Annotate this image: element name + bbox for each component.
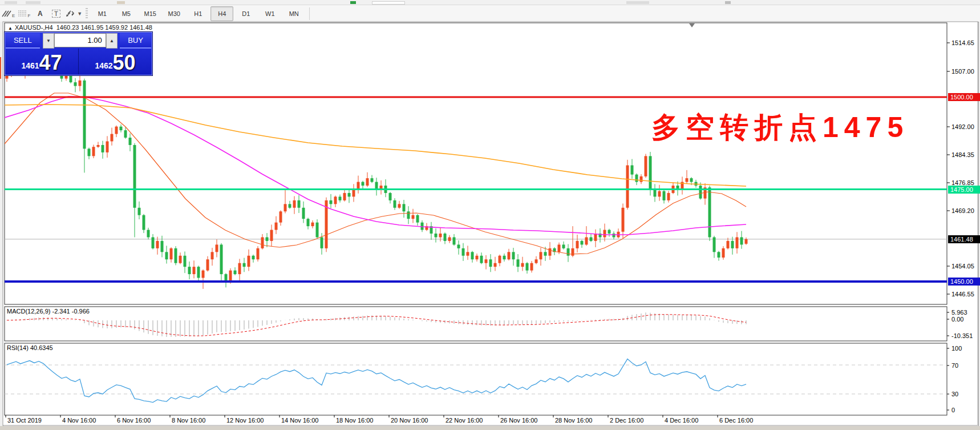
price-level-badge: 1475.00 [948, 186, 980, 194]
time-tick-label: 20 Nov 16:00 [391, 417, 428, 424]
buy-button[interactable]: BUY [120, 33, 151, 49]
ask-price-big: 50 [113, 53, 136, 73]
symbol-ohlc-bar: ▲XAUUSD-,H4 1460.23 1461.95 1459.92 1461… [8, 24, 152, 31]
bid-quote[interactable]: 1461 47 [5, 49, 79, 74]
time-tick-label: 6 Dec 16:00 [719, 417, 753, 424]
time-tick-label: 4 Nov 16:00 [62, 417, 96, 424]
time-tick-label: 31 Oct 2019 [7, 417, 42, 424]
ask-price-prefix: 1462 [95, 61, 112, 70]
time-tick-label: 28 Nov 16:00 [555, 417, 592, 424]
rsi-tick-label: 70 [951, 362, 958, 369]
trade-panel-quotes: 1461 47 1462 50 [5, 49, 152, 74]
volume-decrease-button[interactable]: ▼ [43, 33, 54, 49]
time-tick-label: 6 Nov 16:00 [117, 417, 151, 424]
macd-indicator-label: MACD(12,26,9) -2.341 -0.966 [7, 308, 90, 315]
time-tick-label: 22 Nov 16:00 [446, 417, 483, 424]
sell-button[interactable]: SELL [6, 33, 40, 49]
time-tick-label: 4 Dec 16:00 [665, 417, 698, 424]
bid-price-prefix: 1461 [21, 61, 39, 70]
time-tick-label: 2 Dec 16:00 [610, 417, 643, 424]
trade-panel-controls: SELL ▼ 1.00 ▲ BUY [5, 33, 152, 48]
volume-increase-button[interactable]: ▲ [106, 33, 118, 49]
price-tick-label: 1514.65 [951, 39, 974, 46]
time-tick-label: 14 Nov 16:00 [281, 417, 318, 424]
one-click-trading-panel: SELL ▼ 1.00 ▲ BUY 1461 47 1462 50 [5, 32, 152, 75]
price-level-badge: 1500.00 [948, 93, 980, 101]
price-tick-label: 1446.55 [951, 291, 974, 298]
price-tick-label: 1454.05 [951, 263, 974, 270]
symbol-title: XAUUSD-,H4 [15, 24, 53, 31]
mt4-terminal: E F A T ▼ M1M5M15M30H1H4D1W1MN ▲XAUUSD-,… [0, 0, 980, 430]
price-tick-label: 1484.35 [951, 151, 974, 158]
macd-tick-label: -10.351 [951, 332, 973, 339]
rsi-tick-label: 0 [951, 407, 955, 413]
price-tick-label: 1469.20 [951, 207, 974, 214]
time-tick-label: 26 Nov 16:00 [500, 417, 537, 424]
rsi-tick-label: 100 [951, 345, 962, 352]
collapse-triangle-icon[interactable]: ▲ [8, 26, 13, 31]
ohlc-values: 1460.23 1461.95 1459.92 1461.48 [56, 24, 152, 31]
price-tick-label: 1492.00 [951, 123, 974, 130]
macd-tick-label: 5.963 [951, 309, 967, 316]
volume-input[interactable]: 1.00 [54, 33, 106, 47]
price-level-badge: 1461.48 [948, 235, 980, 243]
rsi-indicator-label: RSI(14) 40.6345 [7, 344, 53, 351]
ask-quote[interactable]: 1462 50 [79, 49, 152, 74]
macd-tick-label: 0.00 [951, 316, 963, 323]
time-tick-label: 8 Nov 16:00 [172, 417, 205, 424]
time-tick-label: 12 Nov 16:00 [226, 417, 264, 424]
price-tick-label: 1507.00 [951, 68, 974, 75]
bid-price-big: 47 [39, 53, 62, 73]
chart-annotation-text: 多空转折点1475 [651, 108, 909, 147]
rsi-tick-label: 30 [951, 391, 958, 397]
time-tick-label: 18 Nov 16:00 [336, 417, 373, 424]
price-level-badge: 1450.00 [948, 278, 980, 286]
